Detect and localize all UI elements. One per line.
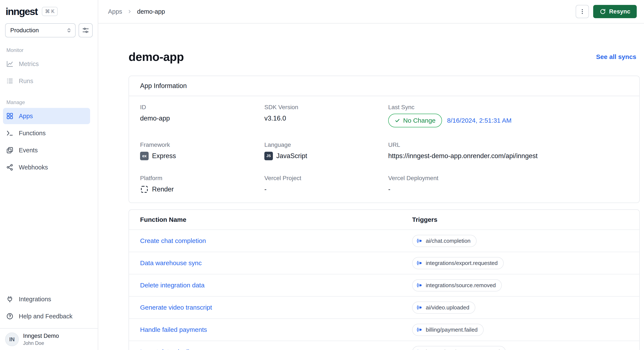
app-information-grid: ID demo-app SDK Version v3.16.0 Last Syn…: [129, 96, 639, 203]
command-k-shortcut: ⌘ K: [42, 7, 58, 16]
user-menu[interactable]: IN Inngest Demo John Doe: [0, 328, 98, 350]
sidebar-item-webhooks[interactable]: Webhooks: [0, 159, 98, 176]
page-title: demo-app: [128, 50, 184, 64]
last-sync-timestamp[interactable]: 8/16/2024, 2:51:31 AM: [447, 116, 512, 125]
function-link[interactable]: Data warehouse sync: [140, 259, 202, 267]
table-row: Data warehouse sync integrations/export.…: [129, 252, 639, 274]
trigger-badge: billing/payment.failed: [412, 324, 484, 336]
field-label: Vercel Deployment: [388, 175, 628, 182]
trigger-badge: ai/video.uploaded: [412, 301, 475, 314]
sidebar-item-label: Help and Feedback: [19, 313, 72, 320]
sidebar-item-label: Events: [19, 147, 38, 154]
table-row: Import data pipeline integrations/source…: [129, 340, 639, 350]
help-icon: [6, 312, 14, 320]
kebab-icon: [579, 8, 586, 15]
environment-label: Production: [10, 27, 39, 34]
topbar: Apps demo-app Resync: [98, 0, 644, 24]
sidebar-item-integrations[interactable]: Integrations: [0, 291, 98, 308]
sidebar-item-label: Webhooks: [19, 164, 48, 171]
sidebar-item-events[interactable]: Events: [0, 142, 98, 159]
check-icon: [394, 118, 400, 123]
javascript-icon: JS: [264, 152, 273, 160]
trigger-badge-label: integrations/source.removed: [426, 282, 496, 289]
field-id: ID demo-app: [140, 104, 264, 127]
environment-selector[interactable]: Production: [5, 23, 76, 37]
function-link[interactable]: Delete integration data: [140, 282, 204, 289]
field-value: Render: [152, 185, 174, 194]
resync-button[interactable]: Resync: [593, 5, 637, 18]
column-function-name: Function Name: [140, 216, 412, 223]
events-icon: [6, 146, 14, 154]
user-info: Inngest Demo John Doe: [23, 333, 59, 346]
sidebar-item-label: Metrics: [19, 61, 39, 68]
field-sdk-version: SDK Version v3.16.0: [264, 104, 388, 127]
integrations-icon: [6, 295, 14, 303]
field-label: Language: [264, 141, 388, 148]
event-trigger-icon: [416, 349, 423, 350]
field-label: ID: [140, 104, 264, 111]
user-subname: John Doe: [23, 340, 59, 346]
field-value: demo-app: [140, 114, 264, 123]
topbar-actions: Resync: [576, 5, 637, 18]
function-link[interactable]: Handle failed payments: [140, 326, 207, 333]
title-row: demo-app See all syncs: [128, 50, 640, 64]
trigger-badge-label: integrations/source.connected: [426, 349, 500, 350]
table-row: Create chat completion ai/chat.completio…: [129, 229, 639, 252]
event-trigger-icon: [416, 304, 423, 311]
app-information-card: App Information ID demo-app SDK Version …: [128, 76, 640, 203]
logo-row: inngest ⌘ K: [0, 0, 98, 19]
event-trigger-icon: [416, 326, 423, 333]
breadcrumb-current: demo-app: [137, 8, 165, 15]
sidebar-item-metrics[interactable]: Metrics: [0, 55, 98, 73]
breadcrumb-apps[interactable]: Apps: [108, 8, 122, 15]
app-information-title: App Information: [129, 76, 639, 96]
resync-label: Resync: [609, 8, 630, 15]
field-language: Language JS JavaScript: [264, 141, 388, 161]
sidebar-item-functions[interactable]: Functions: [0, 125, 98, 142]
environment-settings-button[interactable]: [78, 23, 93, 37]
trigger-badge: integrations/export.requested: [412, 257, 504, 269]
sidebar-item-label: Apps: [19, 113, 33, 120]
function-link[interactable]: Import data pipeline: [140, 348, 196, 350]
render-icon: [140, 185, 148, 194]
see-all-syncs-link[interactable]: See all syncs: [596, 53, 636, 61]
field-label: Platform: [140, 175, 264, 182]
field-vercel-deployment: Vercel Deployment -: [388, 175, 628, 194]
sidebar-item-apps[interactable]: Apps: [3, 108, 90, 124]
app-root: inngest ⌘ K Production Monitor Metrics: [0, 0, 644, 350]
trigger-badge-label: integrations/export.requested: [426, 260, 498, 266]
breadcrumb: Apps demo-app: [108, 8, 165, 15]
field-label: Framework: [140, 141, 264, 148]
webhooks-icon: [6, 163, 14, 171]
trigger-badge-label: ai/chat.completion: [426, 238, 470, 244]
inngest-logo[interactable]: inngest: [6, 6, 38, 17]
status-badge-label: No Change: [403, 116, 436, 125]
trigger-badge: ai/chat.completion: [412, 235, 476, 247]
field-value: v3.16.0: [264, 114, 388, 123]
metrics-icon: [6, 60, 14, 68]
section-manage-label: Manage: [6, 99, 92, 105]
sidebar-item-runs[interactable]: Runs: [0, 73, 98, 90]
section-monitor-label: Monitor: [6, 47, 92, 53]
functions-table-card: Function Name Triggers Create chat compl…: [128, 209, 640, 350]
event-trigger-icon: [416, 282, 423, 288]
sidebar-spacer: [0, 176, 98, 291]
trigger-badge-label: billing/payment.failed: [426, 326, 478, 333]
sync-icon: [600, 8, 606, 15]
field-last-sync: Last Sync No Change 8/16/2024, 2:51:31 A…: [388, 104, 628, 127]
express-icon: ex: [140, 152, 148, 160]
function-link[interactable]: Create chat completion: [140, 237, 206, 244]
function-link[interactable]: Generate video transcript: [140, 304, 212, 311]
field-platform: Platform Render: [140, 175, 264, 194]
field-framework: Framework ex Express: [140, 141, 264, 161]
kebab-menu-button[interactable]: [576, 5, 589, 18]
field-value: Express: [152, 152, 176, 160]
field-url: URL https://inngest-demo-app.onrender.co…: [388, 141, 628, 161]
no-change-status-badge: No Change: [388, 114, 442, 127]
field-value: https://inngest-demo-app.onrender.com/ap…: [388, 151, 628, 161]
field-value: -: [264, 185, 388, 194]
apps-icon: [6, 112, 14, 120]
runs-icon: [6, 77, 14, 85]
sliders-icon: [82, 27, 89, 34]
sidebar-item-help-and-feedback[interactable]: Help and Feedback: [0, 308, 98, 325]
